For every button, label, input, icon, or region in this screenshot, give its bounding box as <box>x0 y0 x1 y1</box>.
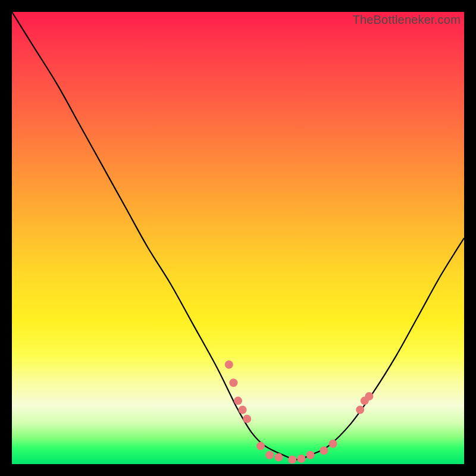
data-point <box>329 440 337 448</box>
data-points-group <box>225 361 374 464</box>
data-point <box>365 392 373 400</box>
data-point <box>288 455 296 464</box>
data-point <box>239 406 247 414</box>
chart-svg <box>12 12 464 464</box>
plot-area: TheBottleneker.com <box>12 12 464 464</box>
data-point <box>274 453 283 462</box>
data-point <box>297 455 305 463</box>
data-point <box>256 442 265 450</box>
data-point <box>234 397 242 405</box>
chart-frame: TheBottleneker.com <box>12 12 464 464</box>
data-point <box>225 361 233 369</box>
bottleneck-curve <box>12 12 464 459</box>
data-point <box>356 406 364 414</box>
watermark-text: TheBottleneker.com <box>353 13 461 27</box>
data-point <box>243 415 251 423</box>
data-point <box>229 378 237 387</box>
data-point <box>320 446 328 455</box>
data-point <box>265 451 274 459</box>
data-point <box>306 451 315 459</box>
